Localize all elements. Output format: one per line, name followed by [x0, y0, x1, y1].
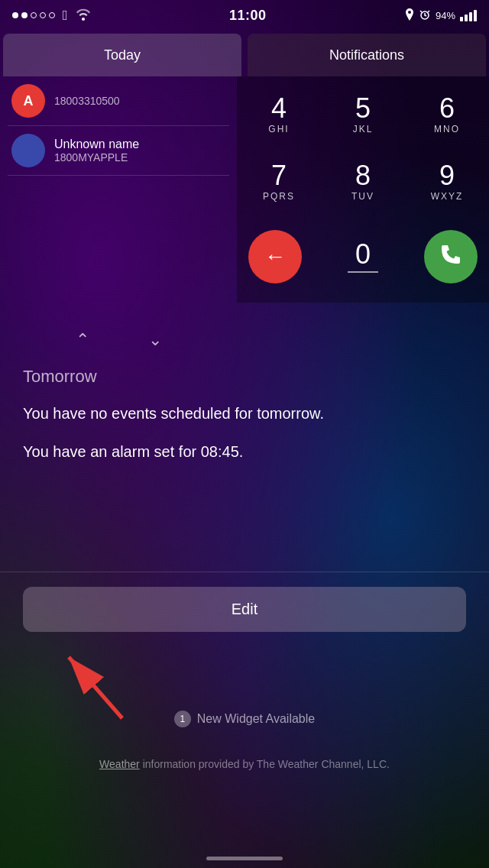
tab-notifications[interactable]: Notifications [248, 34, 486, 76]
tomorrow-title: Tomorrow [23, 367, 466, 387]
keypad: 4 GHI 5 JKL 6 MNO 7 PQRS 8 TUV 9 [237, 76, 489, 303]
weather-credit-suffix: information provided by The Weather Chan… [143, 758, 390, 770]
widget-label: New Widget Available [197, 712, 315, 726]
avatar-1: A [11, 84, 45, 118]
dot-4 [40, 12, 46, 18]
weather-credit-text: Weather information provided by The Weat… [99, 758, 390, 770]
tab-today[interactable]: Today [3, 34, 241, 76]
alarm-icon [419, 8, 431, 23]
clock: 11:00 [229, 8, 267, 24]
bar-1 [460, 17, 463, 21]
wifi-icon [76, 8, 91, 23]
call-info-2: Unknown name 1800MYAPPLE [54, 138, 225, 164]
avatar-2 [11, 134, 45, 167]
location-icon [405, 8, 414, 23]
arrow-annotation [46, 642, 138, 737]
key-5[interactable]: 5 JKL [325, 84, 401, 145]
key-7[interactable]: 7 PQRS [241, 151, 317, 212]
badge-circle: 1 [174, 711, 191, 727]
key-9[interactable]: 9 WXYZ [409, 151, 485, 212]
call-number-1: 18003310500 [54, 95, 225, 107]
tab-bar: Today Notifications [0, 31, 489, 76]
section-divider [0, 572, 489, 572]
dot-3 [31, 12, 37, 18]
phone-icon [439, 242, 463, 272]
red-arrow-icon [46, 642, 138, 734]
backspace-button[interactable]: ← [248, 230, 302, 283]
calls-panel: A 18003310500 Unknown name 1800MYAPPLE [0, 76, 237, 176]
key-6[interactable]: 6 MNO [409, 84, 485, 145]
key-4[interactable]: 4 GHI [241, 84, 317, 145]
nav-arrows: ⌃ ⌄ [0, 321, 237, 359]
call-name-2: Unknown name [54, 138, 225, 151]
status-right: 94% [405, 8, 477, 23]
weather-link[interactable]: Weather [99, 758, 140, 770]
action-row: ← 0 [237, 219, 489, 295]
apple-logo-icon:  [63, 8, 68, 24]
dot-2 [21, 12, 28, 18]
call-item-1[interactable]: A 18003310500 [8, 76, 229, 126]
bar-2 [465, 15, 468, 21]
home-indicator [206, 857, 283, 860]
status-left:  [12, 8, 91, 24]
signal-dots [12, 12, 55, 18]
edit-section: Edit [23, 587, 466, 632]
call-info-1: 18003310500 [54, 95, 225, 107]
edit-button[interactable]: Edit [23, 587, 466, 632]
key-row-1: 4 GHI 5 JKL 6 MNO [237, 84, 489, 145]
dot-1 [12, 12, 18, 18]
tomorrow-section: Tomorrow You have no events scheduled fo… [0, 351, 489, 501]
key-8[interactable]: 8 TUV [325, 151, 401, 212]
call-button[interactable] [424, 230, 478, 283]
widget-badge: 1 New Widget Available [174, 711, 315, 727]
key-row-2: 7 PQRS 8 TUV 9 WXYZ [237, 151, 489, 212]
nav-up-arrow[interactable]: ⌃ [76, 330, 89, 350]
call-item-2[interactable]: Unknown name 1800MYAPPLE [8, 126, 229, 176]
weather-credit: Weather information provided by The Weat… [0, 756, 489, 772]
call-number-2: 1800MYAPPLE [54, 151, 225, 164]
svg-line-2 [69, 657, 122, 718]
nav-down-arrow[interactable]: ⌄ [148, 330, 162, 350]
battery-percentage: 94% [436, 10, 455, 21]
alarm-text: You have an alarm set for 08:45. [23, 440, 466, 463]
no-events-text: You have no events scheduled for tomorro… [23, 402, 466, 425]
bar-4 [474, 10, 477, 21]
key-0[interactable]: 0 [325, 226, 401, 287]
battery-bars [460, 10, 477, 21]
dialer: 4 GHI 5 JKL 6 MNO 7 PQRS 8 TUV 9 [237, 76, 489, 303]
back-arrow-icon: ← [264, 245, 286, 269]
status-bar:  11:00 94% [0, 0, 489, 31]
dot-5 [49, 12, 55, 18]
bar-3 [469, 12, 472, 21]
